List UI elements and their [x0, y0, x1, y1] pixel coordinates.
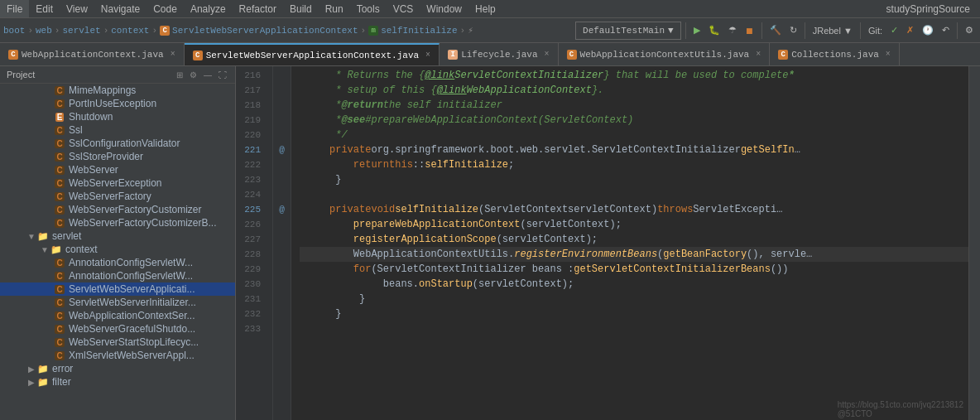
tree-item-context-folder[interactable]: ▼ 📁 context	[0, 243, 235, 256]
tab-lifecycle[interactable]: I Lifecycle.java ×	[440, 43, 558, 65]
tree-item-webserverstartstop[interactable]: C WebServerStartStopLifecyc...	[0, 336, 235, 349]
settings-icon-btn[interactable]: ⚙	[962, 23, 977, 37]
menu-item-file[interactable]: File	[0, 0, 29, 17]
sidebar-actions: ⊞ ⚙ — ⛶	[175, 70, 228, 80]
tab-webappcontextutils[interactable]: C WebApplicationContextUtils.java ×	[559, 43, 771, 65]
line-num-220: 220	[236, 128, 266, 142]
icon-xmlservletwebserver: C	[53, 350, 66, 360]
sidebar-header: Project ⊞ ⚙ — ⛶	[0, 66, 235, 84]
tree-item-xmlservletwebserver[interactable]: C XmlServletWebServerAppl...	[0, 349, 235, 362]
vcs-undo-btn[interactable]: ↶	[939, 23, 953, 37]
tree-arrow-error: ▶	[26, 364, 36, 374]
tree-item-servletwebserverinitializer[interactable]: C ServletWebServerInitializer...	[0, 296, 235, 309]
tree-item-webservergraceful[interactable]: C WebServerGracefulShutdo...	[0, 322, 235, 336]
tree-item-webserver[interactable]: C WebServer	[0, 163, 235, 176]
menu-item-build[interactable]: Build	[283, 0, 319, 17]
code-line-231: }	[300, 292, 968, 307]
menu-item-tools[interactable]: Tools	[350, 0, 387, 17]
breadcrumb-boot[interactable]: boot	[3, 26, 25, 36]
run-config-selector[interactable]: DefaultTestMain ▼	[575, 22, 681, 40]
build-button[interactable]: 🔨	[766, 23, 785, 37]
icon-error-folder: 📁	[36, 364, 50, 374]
annotation-225[interactable]: @	[273, 202, 291, 217]
tree-item-annotationconfigservletw2[interactable]: C AnnotationConfigServletW...	[0, 269, 235, 282]
sidebar-close-btn[interactable]: —	[202, 70, 214, 80]
git-btn[interactable]: Git:	[865, 24, 886, 37]
menu-item-analyze[interactable]: Analyze	[184, 0, 233, 17]
tab-close-collections[interactable]: ×	[886, 50, 891, 59]
line-num-224: 224	[236, 187, 266, 202]
breadcrumb-method[interactable]: selfInitialize	[381, 26, 457, 36]
jrebel-btn[interactable]: JRebel ▼	[809, 24, 856, 37]
main-layout: Project ⊞ ⚙ — ⛶ C MimeMappings C PortInU…	[0, 66, 980, 420]
menu-item-vcs[interactable]: VCS	[387, 0, 420, 17]
tree-arrow-context: ▼	[40, 245, 50, 254]
tree-label-ssl: Ssl	[69, 124, 83, 136]
tree-item-servletwebserverapplication[interactable]: C ServletWebServerApplicati...	[0, 282, 235, 296]
menu-item-code[interactable]: Code	[147, 0, 184, 17]
tree-label-sslconfigvalidator: SslConfigurationValidator	[69, 138, 180, 149]
menu-item-edit[interactable]: Edit	[29, 0, 60, 17]
tree-item-servlet-folder[interactable]: ▼ 📁 servlet	[0, 229, 235, 243]
breadcrumb-servlet[interactable]: servlet	[62, 26, 100, 36]
sidebar-settings-btn[interactable]: ⚙	[188, 70, 199, 80]
tree-label-servlet: servlet	[52, 230, 81, 242]
tree-item-sslstoreprovider[interactable]: C SslStoreProvider	[0, 150, 235, 163]
code-line-228: WebApplicationContextUtils.registerEnvir…	[300, 247, 968, 262]
tree-label-annotationconfigservletw1: AnnotationConfigServletW...	[69, 257, 193, 268]
vcs-clock-btn[interactable]: 🕐	[919, 23, 937, 37]
annotation-221[interactable]: @	[273, 142, 291, 157]
tree-item-ssl[interactable]: C Ssl	[0, 123, 235, 137]
tree-item-webserverfactorycustomizer[interactable]: C WebServerFactoryCustomizer	[0, 203, 235, 216]
tree-item-filter-folder[interactable]: ▶ 📁 filter	[0, 375, 235, 389]
tab-close-webappcontext[interactable]: ×	[171, 50, 175, 59]
sidebar-expand-btn[interactable]: ⊞	[175, 70, 185, 80]
sidebar-gear-btn[interactable]: ⛶	[217, 70, 228, 80]
debug-button[interactable]: 🐛	[705, 23, 723, 37]
tree-item-webserverfactorycustomizerb[interactable]: C WebServerFactoryCustomizerB...	[0, 216, 235, 229]
coverage-button[interactable]: ☂	[725, 23, 740, 37]
tab-webappcontext[interactable]: C WebApplicationContext.java ×	[0, 43, 185, 65]
tab-servletwebserver[interactable]: C ServletWebServerApplicationContext.jav…	[185, 43, 440, 65]
vcs-check-btn[interactable]: ✓	[887, 23, 901, 37]
tree-item-portinuseexception[interactable]: C PortInUseException	[0, 97, 235, 110]
tab-close-servletwebserver[interactable]: ×	[425, 51, 430, 60]
breadcrumb-classname[interactable]: ServletWebServerApplicationContext	[172, 26, 358, 36]
tabs-bar: C WebApplicationContext.java × C Servlet…	[0, 43, 980, 66]
reload-button[interactable]: ↻	[786, 23, 800, 37]
tree-item-error-folder[interactable]: ▶ 📁 error	[0, 362, 235, 375]
tree-item-webserverexception[interactable]: C WebServerException	[0, 176, 235, 190]
menu-item-window[interactable]: Window	[420, 0, 468, 17]
code-line-223: }	[300, 172, 968, 187]
tree-item-webserverfactory[interactable]: C WebServerFactory	[0, 190, 235, 203]
menu-item-view[interactable]: View	[60, 0, 94, 17]
tree-label-webserverfactorycustomizer: WebServerFactoryCustomizer	[69, 204, 202, 215]
vcs-x-btn[interactable]: ✗	[903, 23, 917, 37]
stop-button[interactable]: ⏹	[742, 24, 757, 37]
tree-arrow-filter: ▶	[26, 378, 36, 387]
menu-item-navigate[interactable]: Navigate	[94, 0, 147, 17]
menu-item-run[interactable]: Run	[319, 0, 350, 17]
menu-item-help[interactable]: Help	[468, 0, 502, 17]
breadcrumb-web[interactable]: web	[36, 26, 52, 36]
code-editor[interactable]: 216 217 218 219 220 221 222 223 224 225 …	[236, 66, 980, 420]
icon-mimemappings: C	[53, 85, 66, 95]
icon-annotationconfigservletw1: C	[53, 258, 66, 268]
tab-label-webappcontextutils: WebApplicationContextUtils.java	[580, 50, 750, 60]
run-button[interactable]: ▶	[690, 23, 704, 37]
tab-close-webappcontextutils[interactable]: ×	[756, 50, 761, 59]
code-content[interactable]: * Returns the {@link ServletContextIniti…	[291, 66, 968, 420]
line-num-230: 230	[236, 277, 266, 292]
tab-collections[interactable]: C Collections.java ×	[770, 43, 900, 65]
tab-icon-servletwebserver: C	[193, 51, 203, 60]
tree-item-sslconfigvalidator[interactable]: C SslConfigurationValidator	[0, 137, 235, 150]
tree-item-mimemappings[interactable]: C MimeMappings	[0, 84, 235, 97]
tab-close-lifecycle[interactable]: ×	[545, 50, 550, 59]
menu-item-refactor[interactable]: Refactor	[233, 0, 283, 17]
breadcrumb-context[interactable]: context	[111, 26, 149, 36]
icon-webserverfactorycustomizerb: C	[53, 218, 66, 228]
tree-item-annotationconfigservletw1[interactable]: C AnnotationConfigServletW...	[0, 256, 235, 269]
annotation-column: @ @	[273, 66, 291, 420]
tree-item-shutdown[interactable]: E Shutdown	[0, 110, 235, 123]
tree-item-webappcontextser[interactable]: C WebApplicationContextSer...	[0, 309, 235, 322]
